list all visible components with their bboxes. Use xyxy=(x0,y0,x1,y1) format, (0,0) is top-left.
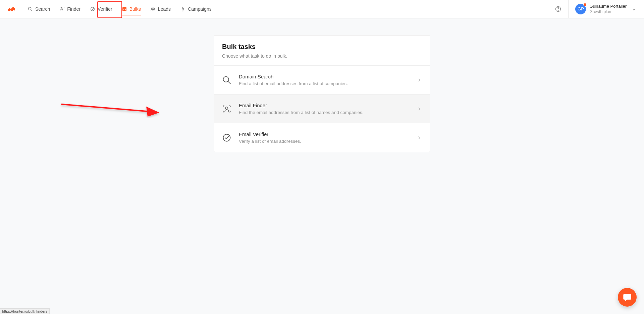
panel-title: Bulk tasks xyxy=(222,43,422,51)
svg-point-2 xyxy=(61,7,62,9)
task-email-finder[interactable]: Email Finder Find the email addresses fr… xyxy=(214,94,430,123)
svg-point-11 xyxy=(558,10,558,11)
svg-point-3 xyxy=(91,7,95,11)
status-url-hint: https://hunter.io/bulk-finders xyxy=(0,308,50,314)
nav-search[interactable]: Search xyxy=(23,0,55,18)
nav-finder[interactable]: Finder xyxy=(55,0,85,18)
task-domain-search[interactable]: Domain Search Find a list of email addre… xyxy=(214,65,430,94)
user-menu[interactable]: GP Guillaume Portalier Growth plan xyxy=(575,4,637,14)
main-content: Bulk tasks Choose what task to do in bul… xyxy=(0,18,644,152)
user-plan: Growth plan xyxy=(589,9,627,15)
task-desc: Verify a list of email addresses. xyxy=(239,139,417,144)
person-finder-icon xyxy=(222,104,231,114)
svg-point-0 xyxy=(29,7,31,10)
search-icon xyxy=(222,75,231,85)
verify-icon xyxy=(222,133,231,142)
header-right: GP Guillaume Portalier Growth plan xyxy=(555,0,637,18)
svg-line-1 xyxy=(31,10,32,11)
task-body: Email Finder Find the email addresses fr… xyxy=(239,103,417,115)
bulk-tasks-panel: Bulk tasks Choose what task to do in bul… xyxy=(214,35,430,152)
task-email-verifier[interactable]: Email Verifier Verify a list of email ad… xyxy=(214,123,430,152)
nav-label: Campaigns xyxy=(188,6,212,12)
chevron-right-icon xyxy=(417,106,422,112)
nav-bulks[interactable]: Bulks xyxy=(117,0,146,18)
panel-subtitle: Choose what task to do in bulk. xyxy=(222,53,422,59)
nav-label: Bulks xyxy=(129,6,141,12)
divider xyxy=(568,0,569,18)
nav-label: Search xyxy=(35,6,50,12)
nav-label: Verifier xyxy=(98,6,112,12)
svg-point-8 xyxy=(151,8,153,9)
notification-dot xyxy=(583,3,587,6)
nav-label: Leads xyxy=(158,6,171,12)
nav-campaigns[interactable]: Campaigns xyxy=(175,0,216,18)
svg-line-13 xyxy=(228,81,231,84)
help-icon[interactable] xyxy=(555,6,561,12)
chevron-right-icon xyxy=(417,135,422,140)
chat-button[interactable] xyxy=(618,288,637,307)
task-title: Email Verifier xyxy=(239,131,417,137)
avatar: GP xyxy=(575,4,586,14)
svg-point-12 xyxy=(223,76,229,82)
task-title: Domain Search xyxy=(239,74,417,79)
task-body: Email Verifier Verify a list of email ad… xyxy=(239,131,417,144)
svg-point-15 xyxy=(223,134,230,141)
panel-header: Bulk tasks Choose what task to do in bul… xyxy=(214,36,430,65)
nav-label: Finder xyxy=(67,6,80,12)
logo-icon[interactable] xyxy=(7,4,16,14)
avatar-initials: GP xyxy=(578,6,584,11)
header: Search Finder Verifier Bulks Leads Campa… xyxy=(0,0,644,18)
user-info: Guillaume Portalier Growth plan xyxy=(589,4,627,14)
chevron-down-icon xyxy=(632,7,636,11)
nav-verifier[interactable]: Verifier xyxy=(85,0,117,18)
task-title: Email Finder xyxy=(239,103,417,108)
svg-point-14 xyxy=(226,107,228,109)
task-desc: Find the email addresses from a list of … xyxy=(239,110,417,115)
main-nav: Search Finder Verifier Bulks Leads Campa… xyxy=(23,0,216,18)
chevron-right-icon xyxy=(417,77,422,83)
svg-point-9 xyxy=(153,8,155,9)
nav-leads[interactable]: Leads xyxy=(146,0,175,18)
task-body: Domain Search Find a list of email addre… xyxy=(239,74,417,86)
user-name: Guillaume Portalier xyxy=(589,4,627,9)
task-desc: Find a list of email addresses from a li… xyxy=(239,81,417,86)
